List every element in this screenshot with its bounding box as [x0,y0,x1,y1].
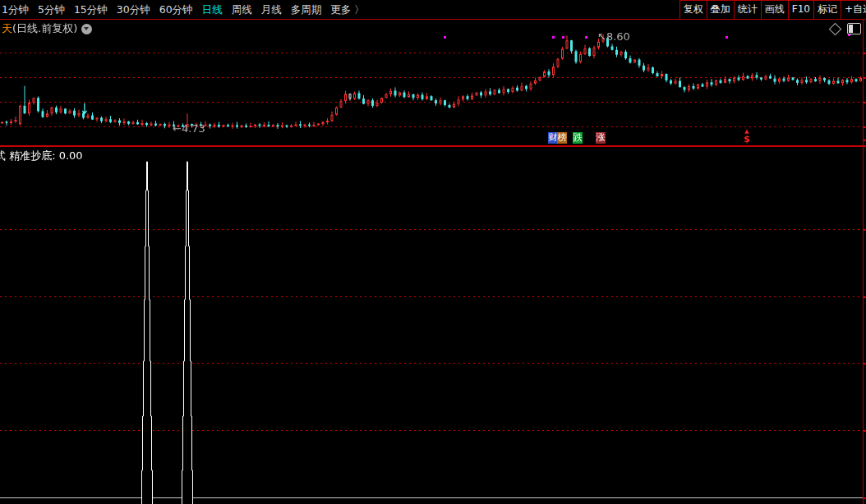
axis-tick [863,363,866,364]
period-adjust-label: (日线.前复权) [12,21,77,36]
action-button-叠加[interactable]: 叠加 [707,0,734,19]
indicator-prefix: 式 [0,149,6,162]
period-tab-更多 〉[interactable]: 更多 〉 [330,1,364,19]
diamond-icon[interactable] [829,22,842,35]
panel-divider[interactable] [0,145,866,147]
period-tabs: 1分钟5分钟15分钟30分钟60分钟日线周线月线多周期更多 〉 [0,1,365,19]
badge-榜[interactable]: 榜 [557,132,567,144]
period-tab-1分钟[interactable]: 1分钟 [2,1,29,19]
toolbar: 1分钟5分钟15分钟30分钟60分钟日线周线月线多周期更多 〉 复权叠加统计画线… [0,0,866,20]
indicator-colon: : [52,149,59,162]
action-button-+自选[interactable]: +自选 [841,0,866,19]
panel-toggle-icon[interactable] [847,23,861,34]
period-tab-日线[interactable]: 日线 [202,1,223,19]
low-price-annotation: ←4.73 [173,122,205,135]
header-icons [831,23,861,34]
magenta-dot [562,36,564,39]
indicator-name: 精准抄底 [9,149,52,162]
period-tab-5分钟[interactable]: 5分钟 [38,1,65,19]
trading-app-window: 1分钟5分钟15分钟30分钟60分钟日线周线月线多周期更多 〉 复权叠加统计画线… [0,0,866,504]
candlestick-canvas[interactable] [0,20,863,146]
period-tab-30分钟[interactable]: 30分钟 [117,1,150,19]
high-price-annotation: ↖8.60 [597,30,630,43]
action-button-标记[interactable]: 标记 [813,0,841,19]
axis-tick [863,430,866,432]
dollar-flag-icon: ▲ $ [741,129,753,144]
indicator-label: 式 精准抄底: 0.00 [0,149,83,163]
axis-tick [863,126,866,128]
axis-tick [863,53,866,54]
indicator-canvas[interactable] [0,147,863,504]
axis-tick [863,102,866,103]
dollar-symbol: $ [741,135,753,144]
magenta-dot [726,36,728,39]
period-tab-月线[interactable]: 月线 [261,1,282,19]
magenta-dot [444,36,446,39]
axis-tick [863,296,866,298]
period-tab-多周期[interactable]: 多周期 [291,1,322,19]
action-button-复权[interactable]: 复权 [679,0,707,19]
action-button-统计[interactable]: 统计 [734,0,761,19]
sell-arrow-icon: ↓ [80,101,90,118]
axis-tick [863,229,866,231]
period-tab-60分钟[interactable]: 60分钟 [159,1,193,19]
badge-跌[interactable]: 跌 [573,132,583,144]
action-button-F10[interactable]: F10 [788,0,813,19]
axis-tick [863,497,866,499]
stock-name: 天 [2,21,12,36]
period-tab-周线[interactable]: 周线 [232,1,252,19]
magenta-dot [585,36,587,39]
magenta-dot [552,36,555,39]
axis-tick [863,77,866,79]
chevron-down-icon[interactable] [81,24,92,34]
indicator-value: 0.00 [59,149,83,162]
action-button-画线[interactable]: 画线 [761,0,788,19]
axis-tick [863,140,866,141]
chart-title: 天(日线.前复权) [2,21,92,36]
period-tab-15分钟[interactable]: 15分钟 [74,1,108,19]
toolbar-actions: 复权叠加统计画线F10标记+自选 [679,0,866,19]
badge-涨[interactable]: 涨 [596,132,606,144]
